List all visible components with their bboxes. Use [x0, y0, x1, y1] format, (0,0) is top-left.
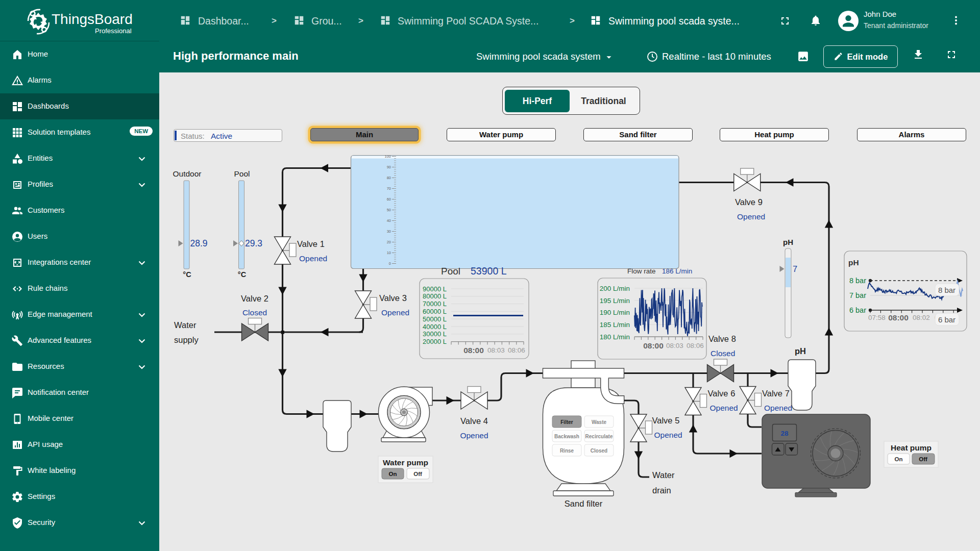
svg-text:supply: supply	[174, 335, 199, 344]
svg-text:90000 L: 90000 L	[423, 285, 447, 293]
svg-text:8 bar: 8 bar	[938, 286, 955, 294]
svg-text:200 L/min: 200 L/min	[600, 285, 630, 292]
svg-text:Off: Off	[919, 456, 927, 462]
svg-text:08:06: 08:06	[687, 342, 704, 349]
svg-text:70: 70	[387, 186, 391, 191]
svg-text:pH: pH	[783, 238, 793, 246]
svg-text:195 L/min: 195 L/min	[600, 297, 630, 305]
svg-text:80: 80	[387, 176, 391, 180]
svg-text:186 L/min: 186 L/min	[662, 267, 692, 275]
svg-text:7 bar: 7 bar	[849, 291, 866, 299]
svg-text:50000 L: 50000 L	[423, 315, 447, 323]
svg-text:Valve 9: Valve 9	[735, 197, 763, 207]
svg-text:°C: °C	[238, 270, 247, 279]
svg-text:Backwash: Backwash	[554, 434, 579, 439]
svg-text:Opened: Opened	[460, 431, 488, 440]
svg-text:Valve 5: Valve 5	[652, 416, 680, 425]
svg-text:Recirculate: Recirculate	[585, 434, 613, 439]
svg-text:80000 L: 80000 L	[423, 292, 447, 300]
svg-text:pH: pH	[795, 346, 806, 356]
svg-text:Closed: Closed	[710, 349, 735, 358]
svg-text:08:03: 08:03	[666, 342, 683, 349]
svg-text:Rinse: Rinse	[560, 448, 574, 454]
svg-text:drain: drain	[652, 486, 671, 495]
svg-text:08:00: 08:00	[463, 346, 484, 355]
svg-text:60: 60	[387, 197, 391, 202]
svg-text:6 bar: 6 bar	[849, 306, 866, 314]
svg-text:100: 100	[384, 154, 391, 159]
svg-text:Valve 6: Valve 6	[708, 389, 736, 398]
svg-text:Valve 7: Valve 7	[762, 389, 790, 398]
svg-text:Valve 2: Valve 2	[241, 294, 268, 303]
svg-text:0: 0	[389, 261, 391, 266]
svg-text:10: 10	[387, 251, 391, 255]
svg-text:Flow rate: Flow rate	[627, 267, 656, 275]
svg-text:70000 L: 70000 L	[423, 300, 447, 308]
svg-text:Filter: Filter	[560, 419, 573, 425]
svg-text:Opened: Opened	[381, 308, 409, 317]
svg-text:Outdoor: Outdoor	[173, 169, 201, 178]
svg-text:On: On	[895, 456, 903, 462]
svg-text:08:06: 08:06	[508, 346, 525, 354]
svg-text:6 bar: 6 bar	[938, 315, 955, 324]
svg-text:Opened: Opened	[710, 404, 738, 412]
svg-text:20000 L: 20000 L	[423, 338, 447, 345]
svg-text:08:02: 08:02	[913, 314, 930, 321]
svg-text:180 L/min: 180 L/min	[600, 333, 630, 341]
svg-text:Waste: Waste	[592, 419, 607, 425]
svg-text:Opened: Opened	[654, 431, 682, 439]
svg-text:°C: °C	[183, 270, 191, 279]
svg-text:08:00: 08:00	[643, 341, 664, 350]
svg-text:20: 20	[387, 240, 391, 244]
svg-text:Valve 3: Valve 3	[379, 293, 407, 303]
svg-text:50: 50	[387, 208, 391, 212]
svg-text:08:03: 08:03	[487, 346, 505, 354]
svg-text:Valve 1: Valve 1	[297, 239, 325, 248]
svg-text:29.3: 29.3	[245, 238, 262, 248]
svg-text:Water: Water	[652, 470, 675, 480]
svg-text:28: 28	[780, 430, 789, 437]
svg-text:60000 L: 60000 L	[423, 308, 447, 315]
svg-text:08:00: 08:00	[888, 313, 909, 322]
svg-text:Heat pump: Heat pump	[891, 443, 932, 452]
svg-text:Valve 4: Valve 4	[460, 416, 488, 425]
svg-text:53900 L: 53900 L	[471, 265, 507, 277]
svg-text:pH: pH	[848, 258, 859, 267]
svg-text:185 L/min: 185 L/min	[600, 321, 630, 329]
svg-text:Off: Off	[413, 471, 422, 477]
svg-text:7: 7	[793, 264, 797, 273]
svg-text:On: On	[389, 471, 397, 477]
svg-text:Pool: Pool	[441, 266, 460, 277]
svg-text:Sand filter: Sand filter	[565, 499, 603, 508]
svg-text:40000 L: 40000 L	[423, 323, 447, 331]
svg-text:Valve 8: Valve 8	[708, 334, 736, 343]
svg-text:Pool: Pool	[234, 169, 250, 178]
svg-text:90: 90	[387, 165, 391, 169]
svg-text:Opened: Opened	[299, 254, 327, 263]
svg-text:Opened: Opened	[764, 404, 792, 412]
svg-text:Closed: Closed	[242, 308, 267, 317]
svg-text:Opened: Opened	[737, 212, 765, 221]
svg-text:190 L/min: 190 L/min	[600, 309, 630, 316]
svg-text:30: 30	[387, 229, 391, 234]
svg-text:28.9: 28.9	[190, 238, 208, 248]
svg-text:30000 L: 30000 L	[423, 330, 447, 338]
svg-text:07:58: 07:58	[868, 314, 886, 321]
svg-text:8 bar: 8 bar	[849, 277, 866, 285]
svg-text:Closed: Closed	[591, 448, 607, 454]
svg-text:40: 40	[387, 218, 391, 223]
svg-text:Water: Water	[174, 320, 197, 330]
svg-text:Water pump: Water pump	[383, 458, 428, 467]
